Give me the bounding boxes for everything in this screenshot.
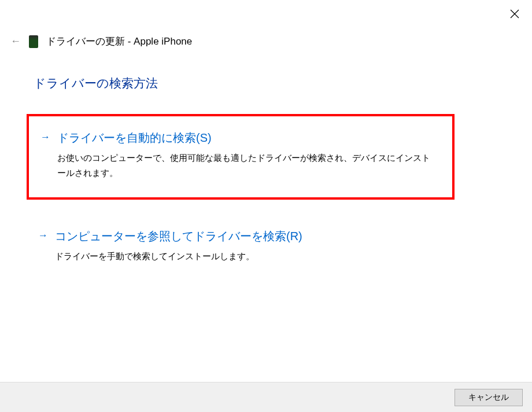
option-inner: → コンピューターを参照してドライバーを検索(R) ドライバーを手動で検索してイ… xyxy=(38,229,438,264)
arrow-right-icon: → xyxy=(38,230,48,241)
option-inner: → ドライバーを自動的に検索(S) お使いのコンピューターで、使用可能な最も適し… xyxy=(40,130,436,180)
device-icon xyxy=(29,35,38,48)
close-icon xyxy=(510,9,519,19)
option-auto-desc: お使いのコンピューターで、使用可能な最も適したドライバーが検索され、デバイスにイ… xyxy=(57,150,436,180)
option-auto-search[interactable]: → ドライバーを自動的に検索(S) お使いのコンピューターで、使用可能な最も適し… xyxy=(27,114,455,200)
close-button[interactable] xyxy=(507,6,523,22)
option-auto-title: ドライバーを自動的に検索(S) xyxy=(57,130,436,146)
option-manual-desc: ドライバーを手動で検索してインストールします。 xyxy=(55,249,438,264)
arrow-right-icon: → xyxy=(40,131,50,143)
footer-bar: キャンセル xyxy=(0,382,532,412)
window-title: ドライバーの更新 - Apple iPhone xyxy=(46,35,192,48)
cancel-button[interactable]: キャンセル xyxy=(455,389,523,406)
option-manual-title: コンピューターを参照してドライバーを検索(R) xyxy=(55,229,438,244)
option-content: コンピューターを参照してドライバーを検索(R) ドライバーを手動で検索してインス… xyxy=(55,229,438,264)
option-manual-search[interactable]: → コンピューターを参照してドライバーを検索(R) ドライバーを手動で検索してイ… xyxy=(27,215,455,278)
section-heading: ドライバーの検索方法 xyxy=(34,75,158,91)
back-button[interactable]: ← xyxy=(10,35,21,47)
option-content: ドライバーを自動的に検索(S) お使いのコンピューターで、使用可能な最も適したド… xyxy=(57,130,436,180)
header: ← ドライバーの更新 - Apple iPhone xyxy=(10,35,192,48)
